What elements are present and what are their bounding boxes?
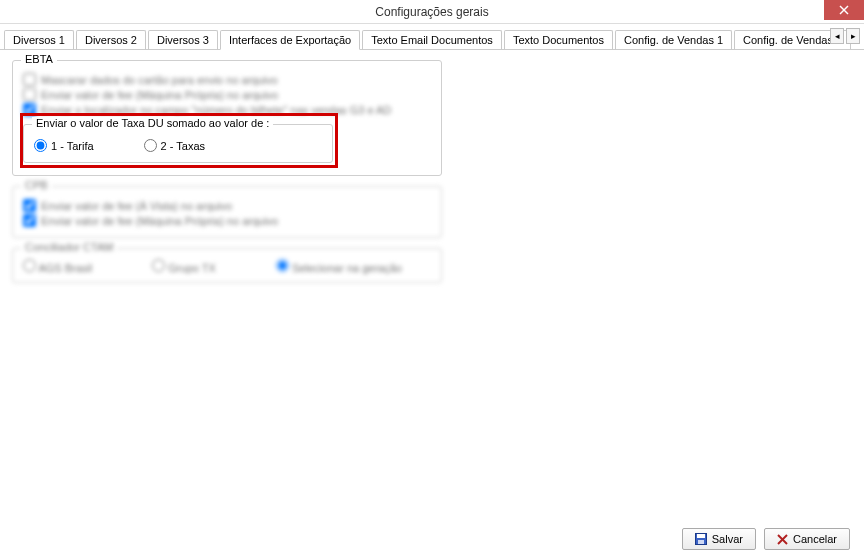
cpb-checkbox-1[interactable] xyxy=(23,214,36,227)
tab-texto-documentos[interactable]: Texto Documentos xyxy=(504,30,613,50)
du-radio-tarifa-text: 1 - Tarifa xyxy=(51,140,94,152)
cancel-button-label: Cancelar xyxy=(793,533,837,545)
tab-texto-email-documentos[interactable]: Texto Email Documentos xyxy=(362,30,502,50)
save-icon xyxy=(695,533,707,545)
close-icon xyxy=(839,5,849,15)
group-conciliador-legend: Conciliador CTAM xyxy=(21,241,117,253)
du-radio-tarifa-label[interactable]: 1 - Tarifa xyxy=(34,139,94,152)
ebta-label-2: Enviar o localizador no campo "número do… xyxy=(41,104,391,116)
save-button-label: Salvar xyxy=(712,533,743,545)
conc-radio-ags-label[interactable]: AGS Brasil xyxy=(23,259,92,274)
du-radio-taxas[interactable] xyxy=(144,139,157,152)
ebta-checkbox-0[interactable] xyxy=(23,73,36,86)
ebta-checkbox-2[interactable] xyxy=(23,103,36,116)
tab-scroll: ◂ ▸ xyxy=(830,28,860,44)
conc-radio-grupotx-text: Grupo TX xyxy=(168,262,216,274)
tab-diversos-1[interactable]: Diversos 1 xyxy=(4,30,74,50)
cpb-opt-1: Enviar valor de fee (Máquina Própria) no… xyxy=(23,214,431,227)
window-titlebar: Configurações gerais xyxy=(0,0,864,24)
du-radio-tarifa[interactable] xyxy=(34,139,47,152)
cpb-label-1: Enviar valor de fee (Máquina Própria) no… xyxy=(41,215,278,227)
tab-bar: Diversos 1 Diversos 2 Diversos 3 Interfa… xyxy=(0,24,864,50)
tab-interfaces-exportacao[interactable]: Interfaces de Exportação xyxy=(220,30,360,50)
svg-rect-4 xyxy=(698,540,704,544)
cpb-label-0: Enviar valor de fee (À Vista) no arquivo xyxy=(41,200,232,212)
group-conciliador: Conciliador CTAM AGS Brasil Grupo TX Sel… xyxy=(12,248,442,283)
conc-radio-ags-text: AGS Brasil xyxy=(38,262,92,274)
group-cpb-legend: CPB xyxy=(21,179,52,191)
du-radio-taxas-text: 2 - Taxas xyxy=(161,140,205,152)
group-ebta-legend: EBTA xyxy=(21,53,57,65)
cancel-button[interactable]: Cancelar xyxy=(764,528,850,550)
footer-buttons: Salvar Cancelar xyxy=(682,528,850,550)
group-cpb: CPB Enviar valor de fee (À Vista) no arq… xyxy=(12,186,442,238)
cancel-icon xyxy=(777,534,788,545)
tab-diversos-2[interactable]: Diversos 2 xyxy=(76,30,146,50)
ebta-opt-2: Enviar o localizador no campo "número do… xyxy=(23,103,431,116)
ebta-opt-1: Enviar valor de fee (Máquina Própria) no… xyxy=(23,88,431,101)
ebta-label-0: Mascarar dados do cartão para envio no a… xyxy=(41,74,278,86)
svg-rect-3 xyxy=(697,534,705,538)
conc-radio-grupotx[interactable] xyxy=(152,259,165,272)
tab-content: EBTA Mascarar dados do cartão para envio… xyxy=(0,50,864,303)
ebta-opt-0: Mascarar dados do cartão para envio no a… xyxy=(23,73,431,86)
window-title: Configurações gerais xyxy=(375,5,488,19)
tab-diversos-3[interactable]: Diversos 3 xyxy=(148,30,218,50)
conc-radio-grupotx-label[interactable]: Grupo TX xyxy=(152,259,216,274)
group-du-legend: Enviar o valor de Taxa DU somado ao valo… xyxy=(32,117,273,129)
conc-radio-selecionar-text: Selecionar na geração xyxy=(292,262,402,274)
tab-scroll-left[interactable]: ◂ xyxy=(830,28,844,44)
conc-radio-selecionar[interactable] xyxy=(276,259,289,272)
tab-config-vendas-1[interactable]: Config. de Vendas 1 xyxy=(615,30,732,50)
group-ebta: EBTA Mascarar dados do cartão para envio… xyxy=(12,60,442,176)
conc-radio-selecionar-label[interactable]: Selecionar na geração xyxy=(276,259,402,274)
group-du: Enviar o valor de Taxa DU somado ao valo… xyxy=(23,124,333,163)
save-button[interactable]: Salvar xyxy=(682,528,756,550)
ebta-label-1: Enviar valor de fee (Máquina Própria) no… xyxy=(41,89,278,101)
cpb-checkbox-0[interactable] xyxy=(23,199,36,212)
tab-scroll-right[interactable]: ▸ xyxy=(846,28,860,44)
window-close-button[interactable] xyxy=(824,0,864,20)
conc-radio-ags[interactable] xyxy=(23,259,36,272)
ebta-checkbox-1[interactable] xyxy=(23,88,36,101)
du-radio-taxas-label[interactable]: 2 - Taxas xyxy=(144,139,205,152)
cpb-opt-0: Enviar valor de fee (À Vista) no arquivo xyxy=(23,199,431,212)
